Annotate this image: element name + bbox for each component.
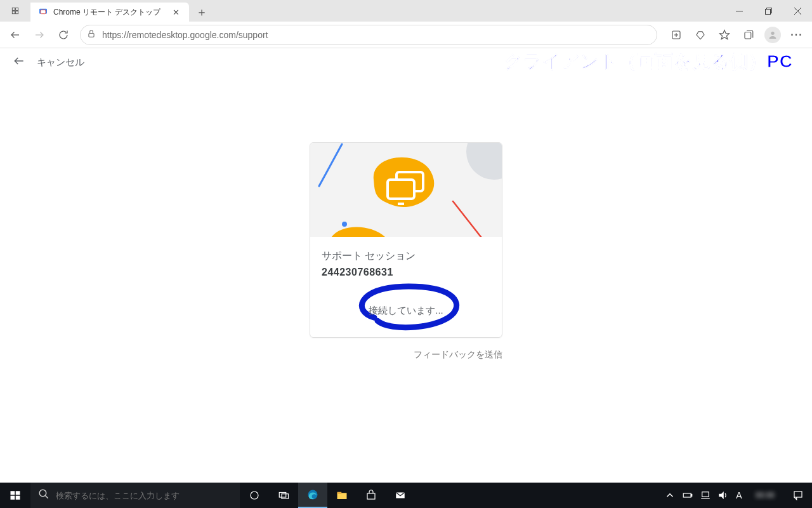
cortana-icon[interactable] bbox=[240, 483, 269, 508]
browser-tab-active[interactable]: Chrome リモート デスクトップ ✕ bbox=[30, 3, 189, 22]
nav-back-button[interactable] bbox=[4, 25, 27, 45]
task-view-icon[interactable] bbox=[269, 483, 298, 508]
svg-rect-25 bbox=[388, 180, 414, 199]
windows-taskbar: A 00:00 bbox=[0, 483, 812, 508]
svg-rect-3 bbox=[16, 11, 18, 14]
shopping-icon[interactable] bbox=[689, 25, 712, 45]
svg-point-33 bbox=[251, 491, 258, 499]
tray-network-icon[interactable] bbox=[697, 483, 714, 508]
svg-marker-16 bbox=[720, 30, 730, 39]
session-label: サポート セッション bbox=[322, 250, 490, 263]
svg-rect-39 bbox=[367, 493, 375, 499]
svg-rect-34 bbox=[279, 493, 286, 498]
new-tab-button[interactable]: ＋ bbox=[192, 3, 212, 22]
browser-toolbar: https://remotedesktop.google.com/support… bbox=[0, 22, 812, 48]
svg-point-22 bbox=[466, 143, 502, 180]
tray-clock[interactable]: 00:00 bbox=[746, 483, 784, 508]
svg-rect-38 bbox=[337, 492, 342, 494]
tab-close-button[interactable]: ✕ bbox=[170, 6, 181, 18]
svg-rect-5 bbox=[41, 10, 46, 14]
svg-rect-46 bbox=[794, 491, 802, 497]
svg-rect-27 bbox=[11, 491, 15, 495]
taskbar-app-store[interactable] bbox=[357, 483, 386, 508]
taskbar-search[interactable] bbox=[30, 483, 240, 508]
svg-rect-2 bbox=[12, 11, 15, 14]
browser-more-button[interactable]: ··· bbox=[785, 25, 808, 45]
profile-avatar[interactable] bbox=[761, 25, 784, 45]
svg-point-31 bbox=[39, 490, 46, 497]
svg-line-23 bbox=[453, 201, 488, 237]
svg-rect-7 bbox=[765, 9, 770, 14]
support-session-card: サポート セッション 244230768631 接続しています... bbox=[310, 142, 502, 338]
session-code: 244230768631 bbox=[322, 267, 490, 278]
system-tray: A 00:00 bbox=[661, 483, 812, 508]
connecting-status-text: 接続しています... bbox=[369, 305, 443, 316]
svg-rect-42 bbox=[691, 495, 692, 497]
svg-point-18 bbox=[771, 31, 774, 34]
card-illustration bbox=[310, 143, 502, 237]
tray-volume-icon[interactable] bbox=[714, 483, 732, 508]
svg-rect-35 bbox=[282, 494, 289, 499]
tray-action-center-icon[interactable] bbox=[784, 483, 812, 508]
svg-line-32 bbox=[45, 495, 48, 498]
cancel-button[interactable]: キャンセル bbox=[37, 57, 84, 69]
svg-rect-30 bbox=[16, 496, 20, 500]
address-bar[interactable]: https://remotedesktop.google.com/support bbox=[80, 25, 657, 45]
svg-rect-41 bbox=[683, 493, 691, 497]
window-maximize-button[interactable] bbox=[754, 0, 783, 22]
window-close-button[interactable] bbox=[783, 0, 812, 22]
favorites-icon[interactable] bbox=[713, 25, 736, 45]
taskbar-app-explorer[interactable] bbox=[327, 483, 357, 508]
tray-battery-icon[interactable] bbox=[679, 483, 697, 508]
taskbar-app-edge[interactable] bbox=[298, 483, 327, 508]
svg-rect-17 bbox=[745, 32, 751, 39]
window-minimize-button[interactable] bbox=[724, 0, 754, 22]
tray-ime-indicator[interactable]: A bbox=[732, 483, 746, 508]
svg-rect-28 bbox=[16, 491, 20, 495]
app-back-arrow-icon[interactable] bbox=[13, 55, 25, 70]
tab-title: Chrome リモート デスクトップ bbox=[53, 7, 165, 18]
extensions-icon[interactable] bbox=[665, 25, 688, 45]
nav-forward-button[interactable] bbox=[28, 25, 51, 45]
taskbar-app-mail[interactable] bbox=[386, 483, 415, 508]
nav-refresh-button[interactable] bbox=[52, 25, 75, 45]
tray-chevron-up-icon[interactable] bbox=[661, 483, 679, 508]
svg-rect-0 bbox=[12, 8, 15, 10]
screenshot-annotation-label: クライアント（画面を見る側）PC bbox=[504, 50, 793, 74]
address-url: https://remotedesktop.google.com/support bbox=[102, 30, 268, 40]
taskbar-search-input[interactable] bbox=[56, 491, 232, 500]
svg-rect-29 bbox=[11, 496, 15, 500]
svg-rect-12 bbox=[89, 33, 94, 37]
svg-point-21 bbox=[342, 222, 347, 227]
svg-marker-45 bbox=[719, 491, 724, 499]
svg-rect-43 bbox=[702, 492, 709, 497]
search-icon bbox=[38, 488, 49, 502]
window-titlebar: Chrome リモート デスクトップ ✕ ＋ bbox=[0, 0, 812, 22]
lock-icon bbox=[87, 29, 96, 41]
start-button[interactable] bbox=[0, 483, 30, 508]
send-feedback-link[interactable]: フィードバックを送信 bbox=[310, 349, 502, 361]
remote-desktop-favicon bbox=[38, 7, 48, 17]
app-menu-icon[interactable] bbox=[0, 0, 30, 22]
svg-rect-1 bbox=[16, 8, 18, 10]
svg-line-20 bbox=[319, 144, 342, 186]
collections-icon[interactable] bbox=[737, 25, 760, 45]
